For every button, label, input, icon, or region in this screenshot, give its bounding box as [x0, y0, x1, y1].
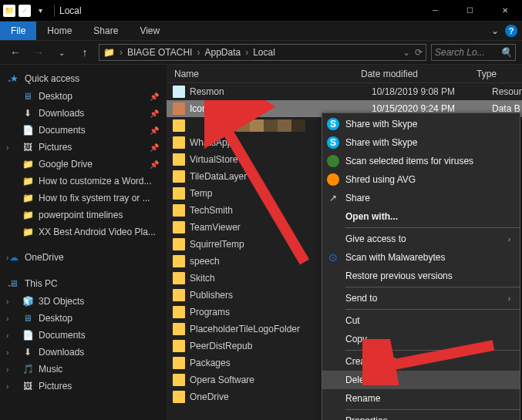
folder-icon — [173, 221, 185, 234]
chevron-right-icon[interactable]: › — [6, 143, 8, 152]
file-icon — [173, 86, 185, 98]
ribbon-chevron-icon[interactable]: ⌄ — [491, 25, 499, 36]
cm-restore[interactable]: Restore previous versions — [322, 267, 520, 285]
sidebar-custom3[interactable]: 📁powerpoint timelines — [0, 207, 167, 223]
chevron-right-icon[interactable]: › — [6, 365, 8, 374]
cm-scan-virus[interactable]: Scan selected items for viruses — [322, 152, 520, 170]
documents-icon: 📄 — [22, 124, 34, 136]
crumb-2[interactable]: Local — [253, 47, 275, 58]
cm-separator — [345, 287, 520, 287]
folder-app-icon: 📁 — [3, 5, 15, 17]
column-type[interactable]: Type — [477, 69, 522, 79]
cm-copy[interactable]: Copy — [322, 330, 520, 348]
chevron-right-icon[interactable]: › — [6, 314, 8, 323]
share-icon: ↗ — [327, 192, 339, 204]
cm-open-with[interactable]: Open with... — [322, 207, 520, 226]
chevron-right-icon[interactable]: › — [6, 382, 8, 391]
cm-share-skype[interactable]: SShare with Skype — [322, 115, 520, 133]
crumb-0[interactable]: BIAGE OTACHI — [127, 47, 192, 58]
chevron-down-icon[interactable]: ⌄ — [6, 280, 12, 288]
cm-give-access[interactable]: Give access to› — [322, 230, 520, 248]
sidebar-pictures[interactable]: ›🖼Pictures📌 — [0, 139, 167, 156]
folder-icon — [173, 289, 185, 301]
folder-icon — [173, 323, 185, 335]
tab-home[interactable]: Home — [36, 22, 83, 40]
recent-dropdown-icon[interactable]: ⌄ — [52, 43, 71, 62]
maximize-button[interactable]: ☐ — [453, 0, 487, 22]
search-input[interactable]: Search Lo... 🔍 — [431, 44, 516, 61]
folder-icon — [173, 187, 185, 200]
folder-icon — [173, 204, 185, 217]
sidebar-pcdesktop[interactable]: ›🖥Desktop — [0, 310, 167, 327]
shield-icon — [327, 155, 339, 167]
up-button[interactable]: ↑ — [76, 43, 94, 62]
column-headers[interactable]: Name Date modified Type — [167, 65, 522, 83]
help-icon[interactable]: ? — [505, 25, 517, 37]
tab-share[interactable]: Share — [83, 22, 129, 40]
sidebar-desktop[interactable]: 🖥Desktop📌 — [0, 88, 167, 105]
column-date[interactable]: Date modified — [361, 69, 477, 79]
chevron-right-icon[interactable]: › — [6, 297, 8, 306]
folder-icon — [173, 357, 185, 369]
sidebar-music[interactable]: ›🎵Music — [0, 361, 167, 378]
file-name: Resmon — [190, 86, 367, 97]
sidebar-quick-access[interactable]: ⌄ ★ Quick access — [0, 69, 167, 88]
pictures-icon: 🖼 — [22, 380, 34, 392]
tab-file[interactable]: File — [0, 22, 36, 40]
folder-icon — [173, 340, 185, 352]
skype-icon: S — [327, 136, 339, 149]
sidebar-onedrive[interactable]: › ☁ OneDrive — [0, 248, 167, 267]
sidebar-pcdocuments[interactable]: ›📄Documents — [0, 327, 167, 344]
sidebar-this-pc[interactable]: ⌄ 🖥 This PC — [0, 274, 167, 293]
sidebar-custom2[interactable]: 📁How to fix system tray or ... — [0, 190, 167, 207]
folder-icon: 📁 — [22, 175, 34, 187]
path-dropdown-icon[interactable]: ⌄ — [402, 47, 410, 58]
cm-send-to[interactable]: Send to› — [322, 289, 520, 307]
cm-shred-avg[interactable]: Shred using AVG — [322, 170, 520, 189]
crumb-1[interactable]: AppData — [204, 47, 241, 58]
cm-share-skype2[interactable]: SShare with Skype — [322, 133, 520, 152]
chevron-right-icon[interactable]: › — [6, 331, 8, 340]
file-row[interactable]: Resmon10/18/2019 9:08 PMResour — [167, 83, 522, 100]
back-button[interactable]: ← — [6, 43, 25, 62]
sidebar-custom4[interactable]: 📁XX Best Android Video Pla... — [0, 223, 167, 240]
sidebar-downloads[interactable]: ⬇Downloads📌 — [0, 105, 167, 122]
sidebar-pcdownloads[interactable]: ›⬇Downloads — [0, 344, 167, 361]
close-button[interactable]: ✕ — [487, 0, 522, 22]
malwarebytes-icon: ⊙ — [327, 251, 339, 264]
forward-button[interactable]: → — [29, 43, 48, 62]
search-icon: 🔍 — [500, 47, 512, 58]
cm-rename[interactable]: Rename — [322, 389, 520, 408]
path-box[interactable]: 📁 BIAGE OTACHI AppData Local ⌄ ⟳ — [99, 44, 426, 61]
sidebar-documents[interactable]: 📄Documents📌 — [0, 122, 167, 139]
sidebar-custom1[interactable]: 📁How to customize a Word... — [0, 173, 167, 190]
cm-delete[interactable]: Delete — [322, 371, 520, 389]
qat-save-icon[interactable]: ✓ — [19, 5, 31, 17]
folder-icon — [173, 136, 185, 149]
sidebar-3dobjects[interactable]: ›🧊3D Objects — [0, 293, 167, 310]
chevron-right-icon[interactable]: › — [6, 348, 8, 357]
db-icon — [173, 102, 185, 115]
chevron-right-icon[interactable]: › — [6, 254, 8, 262]
address-bar: ← → ⌄ ↑ 📁 BIAGE OTACHI AppData Local ⌄ ⟳… — [0, 40, 522, 65]
avg-icon — [327, 173, 339, 186]
cm-scan-mwb[interactable]: ⊙Scan with Malwarebytes — [322, 248, 520, 267]
refresh-icon[interactable]: ⟳ — [415, 47, 423, 58]
sidebar-pcpictures[interactable]: ›🖼Pictures — [0, 378, 167, 395]
documents-icon: 📄 — [22, 329, 34, 341]
chevron-down-icon[interactable]: ⌄ — [6, 75, 12, 83]
sidebar-google-drive[interactable]: 📁Google Drive📌 — [0, 156, 167, 173]
folder-icon: 📁 — [22, 226, 34, 238]
cm-create-shortcut[interactable]: Create shortcut — [322, 352, 520, 371]
cm-share[interactable]: ↗Share — [322, 189, 520, 207]
tab-view[interactable]: View — [129, 22, 170, 40]
folder-icon — [173, 153, 185, 166]
cm-properties[interactable]: Properties — [322, 412, 520, 420]
cm-separator — [345, 409, 520, 410]
minimize-button[interactable]: ─ — [418, 0, 453, 22]
cm-cut[interactable]: Cut — [322, 311, 520, 330]
column-name[interactable]: Name — [167, 69, 361, 79]
qat-dropdown-icon[interactable]: ▾ — [34, 5, 46, 17]
file-date: 10/18/2019 9:08 PM — [372, 86, 487, 97]
pin-icon: 📌 — [150, 92, 159, 101]
